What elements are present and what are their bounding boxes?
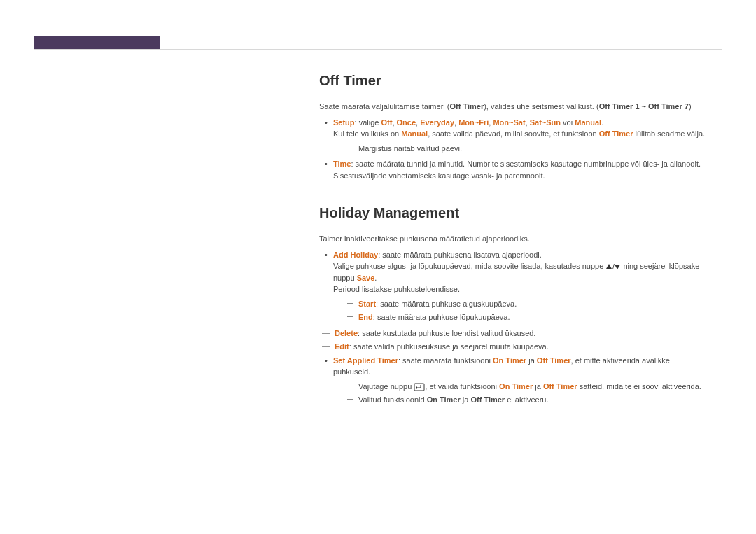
manual-ref: Manual <box>401 129 428 138</box>
opt-everyday: Everyday <box>420 118 454 127</box>
off-timer-ref2: Off Timer <box>543 382 578 391</box>
save-label: Save <box>357 274 375 282</box>
edit-label: Edit <box>335 342 349 351</box>
svg-marker-2 <box>615 265 620 269</box>
opt-monsat: Mon~Sat <box>493 118 525 127</box>
text: Saate määrata väljalülitamise taimeri ( <box>319 102 449 111</box>
text: : saate määrata puhkuse lõpukuupäeva. <box>373 313 510 321</box>
text: ) <box>689 102 692 111</box>
text: lülitab seadme välja. <box>633 129 705 138</box>
holiday-list: Add Holiday: saate määrata puhkusena lis… <box>319 249 707 323</box>
svg-text:/: / <box>612 263 615 270</box>
opt-monfri: Mon~Fri <box>458 118 489 127</box>
text: ei aktiveeru. <box>505 395 548 404</box>
text: ja <box>533 382 543 391</box>
start-item: Start: saate määrata puhkuse alguskuupäe… <box>333 298 707 310</box>
delete-item: Delete: saate kustutada puhkuste loendis… <box>319 328 707 339</box>
bold-off-timer-range: Off Timer 1 ~ Off Timer 7 <box>599 102 689 111</box>
on-timer-ref2: On Timer <box>499 382 533 391</box>
text: : valige <box>355 118 382 127</box>
off-timer-intro: Saate määrata väljalülitamise taimeri (O… <box>319 101 707 113</box>
off-timer-ref: Off Timer <box>599 129 634 138</box>
text: : saate kustutada puhkuste loendist vali… <box>358 329 536 337</box>
bold-off-timer: Off Timer <box>449 102 484 111</box>
off-timer-list: Setup: valige Off, Once, Everyday, Mon~F… <box>319 117 707 182</box>
time-text: : saate määrata tunnid ja minutid. Numbr… <box>333 160 701 180</box>
opt-manual: Manual <box>575 118 601 127</box>
text: ja <box>461 395 471 404</box>
on-timer-ref: On Timer <box>493 356 526 365</box>
text: , saate valida päevad, millal soovite, e… <box>428 129 599 138</box>
holiday-intro: Taimer inaktiveeritakse puhkusena määrat… <box>319 233 707 245</box>
edit-item: Edit: saate valida puhkuseüksuse ja seej… <box>319 341 707 353</box>
opt-once: Once <box>397 118 416 127</box>
svg-marker-4 <box>416 386 417 389</box>
start-label: Start <box>358 300 376 308</box>
set-applied-timer-item: Set Applied Timer: saate määrata funktsi… <box>319 355 707 406</box>
text: sätteid, mida te ei soovi aktiveerida. <box>578 382 701 391</box>
sat-label: Set Applied Timer <box>333 356 398 365</box>
text: , et valida funktsiooni <box>425 382 499 391</box>
sat-sub1: Vajutage nuppu , et valida funktsiooni O… <box>333 381 707 393</box>
off-timer-heading: Off Timer <box>319 70 707 91</box>
off-timer-bold: Off Timer <box>470 395 505 404</box>
add-holiday-sublist: Start: saate määrata puhkuse alguskuupäe… <box>333 298 707 323</box>
text: . <box>374 274 377 282</box>
text: : saate määrata puhkuse alguskuupäeva. <box>376 300 517 308</box>
add-holiday-item: Add Holiday: saate määrata puhkusena lis… <box>319 249 707 323</box>
holiday-double-dashes: Delete: saate kustutada puhkuste loendis… <box>319 328 707 353</box>
text: Vajutage nuppu <box>358 382 414 391</box>
svg-marker-0 <box>606 264 612 269</box>
setup-sub1: Märgistus näitab valitud päevi. <box>333 143 707 155</box>
off-timer-section: Off Timer Saate määrata väljalülitamise … <box>319 70 707 181</box>
setup-label: Setup <box>333 118 355 127</box>
end-label: End <box>358 313 373 321</box>
sat-sub2: Valitud funktsioonid On Timer ja Off Tim… <box>333 394 707 406</box>
page-content: Off Timer Saate määrata väljalülitamise … <box>319 70 707 427</box>
text: : saate valida puhkuseüksuse ja seejärel… <box>349 342 549 351</box>
text: Kui teie valikuks on <box>333 129 401 138</box>
time-item: Time: saate määrata tunnid ja minutid. N… <box>319 158 707 181</box>
text: või <box>561 118 575 127</box>
svg-rect-3 <box>414 384 424 391</box>
enter-icon <box>414 383 425 391</box>
opt-off: Off <box>381 118 392 127</box>
text: : saate määrata funktsiooni <box>398 356 493 365</box>
setup-item: Setup: valige Off, Once, Everyday, Mon~F… <box>319 117 707 155</box>
holiday-heading: Holiday Management <box>319 202 707 223</box>
text: : saate määrata puhkusena lisatava ajape… <box>378 251 542 259</box>
accent-bar <box>34 36 160 49</box>
on-timer-bold: On Timer <box>427 395 461 404</box>
top-rule <box>34 49 722 50</box>
time-label: Time <box>333 160 351 168</box>
text: . <box>601 118 603 127</box>
add-holiday-label: Add Holiday <box>333 251 378 259</box>
opt-satsun: Sat~Sun <box>530 118 561 127</box>
set-applied-timer-list: Set Applied Timer: saate määrata funktsi… <box>319 355 707 406</box>
text: ), valides ühe seitsmest valikust. ( <box>484 102 598 111</box>
delete-label: Delete <box>335 329 358 337</box>
text: Valige puhkuse algus- ja lõpukuupäevad, … <box>333 262 606 270</box>
holiday-section: Holiday Management Taimer inaktiveeritak… <box>319 202 707 406</box>
text: Valitud funktsioonid <box>358 395 427 404</box>
text: ja <box>526 356 537 365</box>
off-timer-ref: Off Timer <box>537 356 571 365</box>
end-item: End: saate määrata puhkuse lõpukuupäeva. <box>333 311 707 323</box>
sat-sublist: Vajutage nuppu , et valida funktsiooni O… <box>333 381 707 406</box>
text: Periood lisatakse puhkusteloendisse. <box>333 285 460 293</box>
up-down-icon: / <box>606 263 621 270</box>
setup-sublist: Märgistus näitab valitud päevi. <box>333 143 707 155</box>
